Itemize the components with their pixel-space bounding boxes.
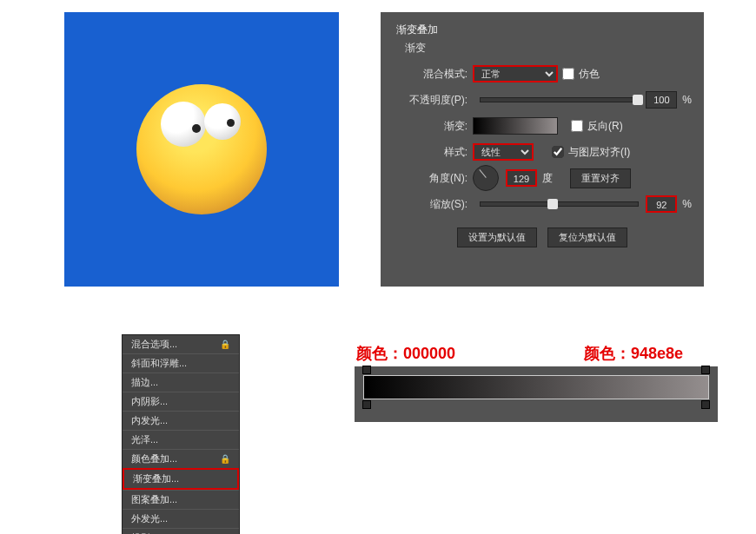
dither-checkbox[interactable] xyxy=(562,68,574,80)
blend-mode-label: 混合模式: xyxy=(393,67,473,82)
gradient-editor xyxy=(355,366,718,422)
angle-unit: 度 xyxy=(542,171,553,186)
opacity-value[interactable]: 100 xyxy=(646,91,677,109)
scale-unit: % xyxy=(682,198,692,210)
emoji-body xyxy=(136,84,267,214)
panel-subheading: 渐变 xyxy=(405,41,692,56)
color-left-annotation: 颜色：000000 xyxy=(356,343,455,364)
fx-menu: 混合选项...🔒 斜面和浮雕... 描边... 内阴影... 内发光... 光泽… xyxy=(122,334,240,534)
angle-label: 角度(N): xyxy=(393,171,473,186)
fx-item-inner-glow[interactable]: 内发光... xyxy=(123,411,239,430)
fx-item-gradient-overlay[interactable]: 渐变叠加... xyxy=(123,468,239,490)
color-stop-left[interactable] xyxy=(362,400,371,409)
align-label: 与图层对齐(I) xyxy=(568,145,630,160)
fx-item-satin[interactable]: 光泽... xyxy=(123,430,239,449)
reset-align-button[interactable]: 重置对齐 xyxy=(570,168,631,188)
style-select[interactable]: 线性 xyxy=(473,143,534,161)
scale-label: 缩放(S): xyxy=(393,197,473,212)
color-stop-right[interactable] xyxy=(701,400,710,409)
lock-icon: 🔒 xyxy=(220,454,230,464)
fx-item-outer-glow[interactable]: 外发光... xyxy=(123,509,239,528)
set-default-button[interactable]: 设置为默认值 xyxy=(457,227,537,247)
fx-item-bevel[interactable]: 斜面和浮雕... xyxy=(123,353,239,372)
blend-mode-select[interactable]: 正常 xyxy=(473,65,558,82)
fx-item-pattern-overlay[interactable]: 图案叠加... xyxy=(123,490,239,509)
gradient-label: 渐变: xyxy=(393,119,473,134)
emoji-eye-right xyxy=(204,103,241,140)
opacity-stop-right[interactable] xyxy=(701,366,710,374)
reset-default-button[interactable]: 复位为默认值 xyxy=(547,227,627,247)
style-label: 样式: xyxy=(393,145,473,160)
emoji-artwork xyxy=(136,84,267,214)
scale-value[interactable]: 92 xyxy=(646,195,677,213)
opacity-stop-left[interactable] xyxy=(362,366,371,374)
emoji-pupil-left xyxy=(192,124,201,133)
gradient-overlay-panel: 渐变叠加 渐变 混合模式: 正常 仿色 不透明度(P): 100 % 渐变: 反… xyxy=(381,12,704,287)
opacity-slider[interactable] xyxy=(480,97,639,102)
emoji-pupil-right xyxy=(227,119,235,127)
opacity-unit: % xyxy=(682,94,692,106)
align-checkbox[interactable] xyxy=(552,146,564,158)
fx-item-inner-shadow[interactable]: 内阴影... xyxy=(123,392,239,411)
panel-title: 渐变叠加 xyxy=(396,23,692,37)
lock-icon: 🔒 xyxy=(220,340,230,349)
fx-item-drop-shadow[interactable]: 投影... xyxy=(123,528,239,534)
gradient-swatch[interactable] xyxy=(473,117,558,135)
canvas-preview xyxy=(64,12,339,287)
angle-dial[interactable] xyxy=(473,165,499,191)
color-right-annotation: 颜色：948e8e xyxy=(584,343,683,364)
reverse-checkbox[interactable] xyxy=(571,120,583,132)
opacity-label: 不透明度(P): xyxy=(393,93,473,108)
dither-label: 仿色 xyxy=(579,67,600,82)
fx-item-blend-options[interactable]: 混合选项...🔒 xyxy=(123,335,239,353)
gradient-track[interactable] xyxy=(363,375,709,399)
scale-slider[interactable] xyxy=(480,201,639,207)
reverse-label: 反向(R) xyxy=(587,119,623,134)
fx-item-stroke[interactable]: 描边... xyxy=(123,372,239,392)
fx-item-color-overlay[interactable]: 颜色叠加...🔒 xyxy=(123,449,239,468)
emoji-eye-left xyxy=(161,102,206,147)
angle-value[interactable]: 129 xyxy=(506,169,537,187)
